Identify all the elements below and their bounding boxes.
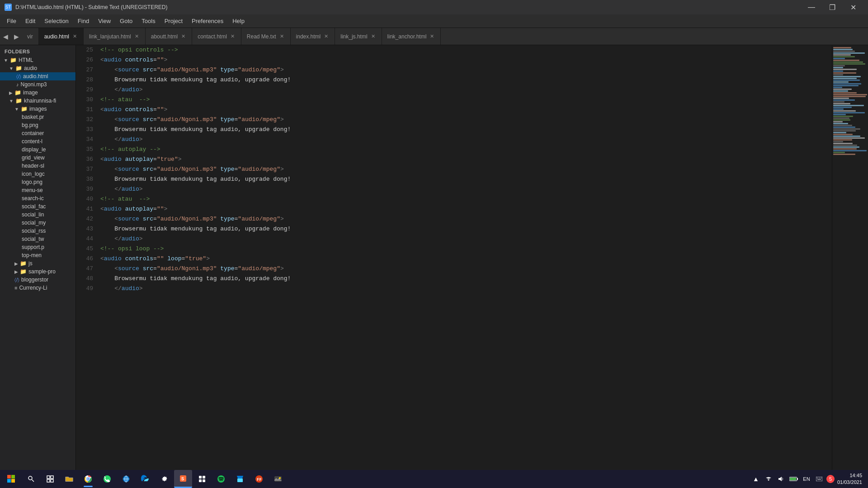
- sidebar-item-khairunnisa[interactable]: ▼ 📁 khairunnisa-fi: [0, 97, 75, 105]
- code-content[interactable]: 2526272829303132333435363738394041424344…: [76, 45, 868, 474]
- tab-contact[interactable]: contact.html ✕: [192, 28, 241, 45]
- menu-find[interactable]: Find: [73, 16, 94, 26]
- sidebar-item-social-my[interactable]: social_my: [0, 219, 75, 227]
- sidebar-item-container[interactable]: container: [0, 129, 75, 137]
- code-line-30[interactable]: <!-- atau -->: [100, 95, 832, 105]
- code-line-42[interactable]: <source src="audio/Ngoni.mp3" type="audi…: [100, 214, 832, 224]
- sidebar-item-social-lin[interactable]: social_lin: [0, 211, 75, 219]
- tray-volume[interactable]: [776, 474, 787, 484]
- sidebar-item-icon[interactable]: icon_logc: [0, 170, 75, 178]
- sidebar-item-currency[interactable]: ≡ Currency-Li: [0, 284, 75, 292]
- sidebar-item-image[interactable]: ▶ 📁 image: [0, 89, 75, 97]
- tab-aboutt[interactable]: aboutt.html ✕: [146, 28, 192, 45]
- sidebar-item-basket[interactable]: basket.pr: [0, 113, 75, 121]
- sidebar-item-ngoni[interactable]: ♪ Ngoni.mp3: [0, 80, 75, 89]
- tray-battery[interactable]: [788, 474, 799, 484]
- sidebar-item-blogger[interactable]: 〈/〉 bloggerstor: [0, 276, 75, 284]
- tab-readme[interactable]: Read Me.txt ✕: [241, 28, 291, 45]
- taskbar-file-explorer[interactable]: [60, 470, 78, 488]
- code-line-34[interactable]: </audio>: [100, 135, 832, 145]
- code-line-49[interactable]: </audio>: [100, 284, 832, 294]
- code-line-46[interactable]: <audio controls="" loop="true">: [100, 254, 832, 264]
- taskbar-spotify[interactable]: [212, 470, 230, 488]
- taskbar-edge[interactable]: [136, 470, 154, 488]
- tray-language[interactable]: EN: [801, 474, 812, 484]
- code-line-36[interactable]: <audio autoplay="true">: [100, 155, 832, 164]
- menu-preferences[interactable]: Preferences: [187, 16, 228, 26]
- sidebar-item-top-men[interactable]: top-men: [0, 251, 75, 259]
- taskbar-utility[interactable]: [193, 470, 211, 488]
- sidebar-item-audio[interactable]: ▼ 📁 audio: [0, 64, 75, 72]
- taskbar-chrome[interactable]: [79, 470, 97, 488]
- sidebar-item-display[interactable]: display_le: [0, 145, 75, 154]
- minimize-button[interactable]: —: [801, 0, 822, 14]
- sidebar-item-audio-html[interactable]: 〈/〉 audio.html: [0, 72, 75, 80]
- tray-show-hidden[interactable]: ▲: [750, 474, 761, 484]
- taskbar-store[interactable]: [231, 470, 249, 488]
- menu-file[interactable]: File: [2, 16, 21, 26]
- code-line-29[interactable]: </audio>: [100, 85, 832, 95]
- taskbar-sublime[interactable]: S: [174, 470, 192, 488]
- close-button[interactable]: ✕: [843, 0, 863, 14]
- code-line-33[interactable]: Browsermu tidak mendukung tag audio, upg…: [100, 125, 832, 135]
- code-line-40[interactable]: <!-- atau -->: [100, 194, 832, 204]
- minimap[interactable]: [832, 45, 868, 474]
- maximize-button[interactable]: ❐: [822, 0, 843, 14]
- taskbar-internet[interactable]: [117, 470, 135, 488]
- tab-index-close[interactable]: ✕: [323, 33, 329, 40]
- code-line-39[interactable]: </audio>: [100, 184, 832, 194]
- code-line-37[interactable]: <source src="audio/Ngoni.mp3" type="audi…: [100, 164, 832, 174]
- taskbar-photos[interactable]: [269, 470, 287, 488]
- sidebar-item-sample[interactable]: ▶ 📁 sample-pro: [0, 267, 75, 276]
- tray-notification-count[interactable]: 5: [826, 475, 835, 483]
- code-line-31[interactable]: <audio controls="">: [100, 105, 832, 115]
- menu-help[interactable]: Help: [228, 16, 249, 26]
- code-line-45[interactable]: <!-- opsi loop -->: [100, 244, 832, 254]
- tab-nav-prev[interactable]: ◀: [0, 28, 11, 45]
- tab-audio-html[interactable]: audio.html ✕: [39, 28, 84, 45]
- sidebar-item-js[interactable]: ▶ 📁 js: [0, 259, 75, 267]
- sidebar-item-search[interactable]: search-ic: [0, 194, 75, 202]
- tab-index[interactable]: index.html ✕: [291, 28, 335, 45]
- tab-link-lanjutan-close[interactable]: ✕: [134, 33, 140, 40]
- menu-edit[interactable]: Edit: [21, 16, 40, 26]
- code-line-48[interactable]: Browsermu tidak mendukung tag audio, upg…: [100, 274, 832, 284]
- system-clock[interactable]: 14:45 01/03/2021: [837, 472, 862, 486]
- sidebar-item-content[interactable]: content-l: [0, 137, 75, 145]
- code-line-35[interactable]: <!-- autoplay -->: [100, 145, 832, 155]
- code-line-47[interactable]: <source src="audio/Ngoni.mp3" type="audi…: [100, 264, 832, 274]
- code-line-41[interactable]: <audio autoplay="">: [100, 204, 832, 214]
- code-line-43[interactable]: Browsermu tidak mendukung tag audio, upg…: [100, 224, 832, 234]
- tab-aboutt-close[interactable]: ✕: [180, 33, 186, 40]
- taskbar-whatsapp[interactable]: [98, 470, 116, 488]
- sidebar-item-html[interactable]: ▼ 📁 HTML: [0, 56, 75, 64]
- sidebar-item-logo[interactable]: logo.png: [0, 178, 75, 186]
- tab-contact-close[interactable]: ✕: [230, 33, 236, 40]
- menu-goto[interactable]: Goto: [115, 16, 137, 26]
- code-line-38[interactable]: Browsermu tidak mendukung tag audio, upg…: [100, 174, 832, 184]
- menu-tools[interactable]: Tools: [137, 16, 160, 26]
- sidebar-item-bg[interactable]: bg.png: [0, 121, 75, 129]
- sidebar-item-grid[interactable]: grid_view: [0, 154, 75, 162]
- taskbar-settings[interactable]: [155, 470, 173, 488]
- sidebar-item-menu[interactable]: menu-se: [0, 186, 75, 194]
- menu-view[interactable]: View: [94, 16, 115, 26]
- taskbar-search[interactable]: [22, 470, 40, 488]
- tab-audio-html-close[interactable]: ✕: [72, 33, 78, 40]
- code-line-32[interactable]: <source src="audio/Ngoni.mp3" type="audi…: [100, 115, 832, 125]
- taskbar-browser2[interactable]: FF: [250, 470, 268, 488]
- tab-vir[interactable]: vir: [22, 28, 39, 45]
- sidebar-item-social-fac[interactable]: social_fac: [0, 202, 75, 211]
- taskbar-start-button[interactable]: [2, 470, 20, 488]
- tab-link-anchor[interactable]: link_anchor.html ✕: [382, 28, 441, 45]
- tab-link-anchor-close[interactable]: ✕: [429, 33, 435, 40]
- code-line-27[interactable]: <source src="audio/Ngoni.mp3" type="audi…: [100, 65, 832, 75]
- sidebar-item-social-tw[interactable]: social_tw: [0, 235, 75, 243]
- tab-link-js-close[interactable]: ✕: [370, 33, 376, 40]
- code-line-44[interactable]: </audio>: [100, 234, 832, 244]
- code-lines[interactable]: <!-- opsi controls --><audio controls=""…: [99, 45, 832, 474]
- sidebar-item-images[interactable]: ▼ 📁 images: [0, 105, 75, 113]
- menu-project[interactable]: Project: [160, 16, 187, 26]
- tab-nav-next[interactable]: ▶: [11, 28, 22, 45]
- tab-link-lanjutan[interactable]: link_lanjutan.html ✕: [84, 28, 146, 45]
